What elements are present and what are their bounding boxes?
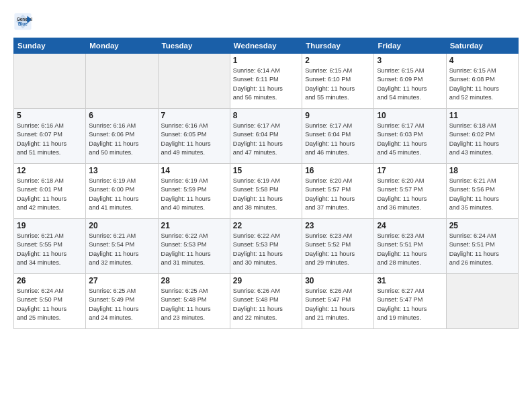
weekday-header-tuesday: Tuesday [158, 38, 230, 54]
day-number: 30 [305, 276, 371, 285]
day-number: 20 [89, 221, 154, 230]
day-info: Sunrise: 6:26 AM Sunset: 5:47 PM Dayligh… [305, 287, 371, 322]
day-number: 19 [17, 221, 83, 230]
day-info: Sunrise: 6:21 AM Sunset: 5:56 PM Dayligh… [449, 177, 515, 212]
day-info: Sunrise: 6:16 AM Sunset: 6:05 PM Dayligh… [161, 122, 227, 157]
calendar-cell: 2Sunrise: 6:15 AM Sunset: 6:10 PM Daylig… [302, 54, 374, 109]
day-info: Sunrise: 6:19 AM Sunset: 5:58 PM Dayligh… [233, 177, 299, 212]
day-number: 1 [233, 56, 299, 65]
calendar-cell: 30Sunrise: 6:26 AM Sunset: 5:47 PM Dayli… [302, 274, 374, 329]
calendar-cell: 20Sunrise: 6:21 AM Sunset: 5:54 PM Dayli… [86, 219, 158, 274]
day-number: 26 [17, 276, 83, 285]
calendar-cell: 18Sunrise: 6:21 AM Sunset: 5:56 PM Dayli… [446, 164, 518, 219]
calendar-cell: 9Sunrise: 6:17 AM Sunset: 6:04 PM Daylig… [302, 109, 374, 164]
day-number: 23 [305, 221, 371, 230]
calendar-cell: 10Sunrise: 6:17 AM Sunset: 6:03 PM Dayli… [374, 109, 446, 164]
day-number: 8 [233, 111, 299, 120]
calendar-cell: 15Sunrise: 6:19 AM Sunset: 5:58 PM Dayli… [230, 164, 302, 219]
day-number: 25 [449, 221, 515, 230]
day-number: 24 [377, 221, 443, 230]
calendar-cell: 27Sunrise: 6:25 AM Sunset: 5:49 PM Dayli… [86, 274, 158, 329]
day-info: Sunrise: 6:15 AM Sunset: 6:08 PM Dayligh… [449, 66, 515, 102]
day-number: 14 [161, 166, 227, 175]
day-number: 22 [233, 221, 299, 230]
day-number: 28 [161, 276, 227, 285]
day-number: 13 [89, 166, 154, 175]
calendar-cell: 5Sunrise: 6:16 AM Sunset: 6:07 PM Daylig… [14, 109, 86, 164]
day-number: 18 [449, 166, 515, 175]
calendar-cell: 29Sunrise: 6:26 AM Sunset: 5:48 PM Dayli… [230, 274, 302, 329]
day-info: Sunrise: 6:23 AM Sunset: 5:51 PM Dayligh… [377, 232, 443, 267]
day-info: Sunrise: 6:27 AM Sunset: 5:47 PM Dayligh… [377, 287, 443, 322]
day-number: 9 [305, 111, 371, 120]
weekday-header-row: SundayMondayTuesdayWednesdayThursdayFrid… [14, 38, 519, 54]
calendar-cell: 28Sunrise: 6:25 AM Sunset: 5:48 PM Dayli… [158, 274, 230, 329]
logo-icon: General Blue [13, 12, 32, 31]
day-info: Sunrise: 6:14 AM Sunset: 6:11 PM Dayligh… [233, 66, 299, 102]
calendar-cell: 23Sunrise: 6:23 AM Sunset: 5:52 PM Dayli… [302, 219, 374, 274]
day-number: 12 [17, 166, 83, 175]
calendar-cell: 22Sunrise: 6:22 AM Sunset: 5:53 PM Dayli… [230, 219, 302, 274]
day-info: Sunrise: 6:22 AM Sunset: 5:53 PM Dayligh… [233, 232, 299, 267]
calendar-cell: 19Sunrise: 6:21 AM Sunset: 5:55 PM Dayli… [14, 219, 86, 274]
day-number: 4 [449, 56, 515, 65]
day-info: Sunrise: 6:26 AM Sunset: 5:48 PM Dayligh… [233, 287, 299, 322]
day-info: Sunrise: 6:17 AM Sunset: 6:04 PM Dayligh… [305, 122, 371, 157]
day-info: Sunrise: 6:21 AM Sunset: 5:54 PM Dayligh… [89, 232, 154, 267]
calendar-cell: 31Sunrise: 6:27 AM Sunset: 5:47 PM Dayli… [374, 274, 446, 329]
calendar-cell: 1Sunrise: 6:14 AM Sunset: 6:11 PM Daylig… [230, 54, 302, 109]
day-number: 6 [89, 111, 154, 120]
day-number: 2 [305, 56, 371, 65]
day-info: Sunrise: 6:22 AM Sunset: 5:53 PM Dayligh… [161, 232, 227, 267]
day-info: Sunrise: 6:21 AM Sunset: 5:55 PM Dayligh… [17, 232, 83, 267]
calendar-cell: 26Sunrise: 6:24 AM Sunset: 5:50 PM Dayli… [14, 274, 86, 329]
calendar-cell: 21Sunrise: 6:22 AM Sunset: 5:53 PM Dayli… [158, 219, 230, 274]
day-info: Sunrise: 6:25 AM Sunset: 5:49 PM Dayligh… [89, 287, 154, 322]
calendar-cell: 14Sunrise: 6:19 AM Sunset: 5:59 PM Dayli… [158, 164, 230, 219]
weekday-header-thursday: Thursday [302, 38, 374, 54]
day-number: 15 [233, 166, 299, 175]
calendar-cell: 3Sunrise: 6:15 AM Sunset: 6:09 PM Daylig… [374, 54, 446, 109]
calendar-cell: 12Sunrise: 6:18 AM Sunset: 6:01 PM Dayli… [14, 164, 86, 219]
day-number: 7 [161, 111, 227, 120]
day-number: 5 [17, 111, 83, 120]
calendar-cell: 17Sunrise: 6:20 AM Sunset: 5:57 PM Dayli… [374, 164, 446, 219]
weekday-header-sunday: Sunday [14, 38, 86, 54]
day-number: 11 [449, 111, 515, 120]
calendar-week-4: 19Sunrise: 6:21 AM Sunset: 5:55 PM Dayli… [14, 219, 519, 274]
day-info: Sunrise: 6:25 AM Sunset: 5:48 PM Dayligh… [161, 287, 227, 322]
calendar-cell [446, 274, 518, 329]
calendar-cell: 11Sunrise: 6:18 AM Sunset: 6:02 PM Dayli… [446, 109, 518, 164]
day-info: Sunrise: 6:19 AM Sunset: 5:59 PM Dayligh… [161, 177, 227, 212]
day-number: 10 [377, 111, 443, 120]
weekday-header-wednesday: Wednesday [230, 38, 302, 54]
day-number: 21 [161, 221, 227, 230]
day-number: 29 [233, 276, 299, 285]
day-number: 27 [89, 276, 154, 285]
calendar-cell: 7Sunrise: 6:16 AM Sunset: 6:05 PM Daylig… [158, 109, 230, 164]
page-header: General Blue [13, 12, 519, 31]
day-number: 3 [377, 56, 443, 65]
day-info: Sunrise: 6:23 AM Sunset: 5:52 PM Dayligh… [305, 232, 371, 267]
calendar-cell: 4Sunrise: 6:15 AM Sunset: 6:08 PM Daylig… [446, 54, 518, 109]
day-info: Sunrise: 6:15 AM Sunset: 6:09 PM Dayligh… [377, 66, 443, 102]
day-info: Sunrise: 6:20 AM Sunset: 5:57 PM Dayligh… [377, 177, 443, 212]
day-info: Sunrise: 6:24 AM Sunset: 5:50 PM Dayligh… [17, 287, 83, 322]
logo: General Blue [13, 12, 35, 31]
day-number: 16 [305, 166, 371, 175]
weekday-header-monday: Monday [86, 38, 158, 54]
day-info: Sunrise: 6:17 AM Sunset: 6:03 PM Dayligh… [377, 122, 443, 157]
day-number: 31 [377, 276, 443, 285]
calendar-week-5: 26Sunrise: 6:24 AM Sunset: 5:50 PM Dayli… [14, 274, 519, 329]
calendar-cell: 8Sunrise: 6:17 AM Sunset: 6:04 PM Daylig… [230, 109, 302, 164]
calendar-cell: 25Sunrise: 6:24 AM Sunset: 5:51 PM Dayli… [446, 219, 518, 274]
day-number: 17 [377, 166, 443, 175]
day-info: Sunrise: 6:20 AM Sunset: 5:57 PM Dayligh… [305, 177, 371, 212]
svg-text:Blue: Blue [18, 21, 28, 26]
day-info: Sunrise: 6:16 AM Sunset: 6:06 PM Dayligh… [89, 122, 154, 157]
day-info: Sunrise: 6:15 AM Sunset: 6:10 PM Dayligh… [305, 66, 371, 102]
day-info: Sunrise: 6:16 AM Sunset: 6:07 PM Dayligh… [17, 122, 83, 157]
day-info: Sunrise: 6:19 AM Sunset: 6:00 PM Dayligh… [89, 177, 154, 212]
day-info: Sunrise: 6:17 AM Sunset: 6:04 PM Dayligh… [233, 122, 299, 157]
day-info: Sunrise: 6:18 AM Sunset: 6:01 PM Dayligh… [17, 177, 83, 212]
